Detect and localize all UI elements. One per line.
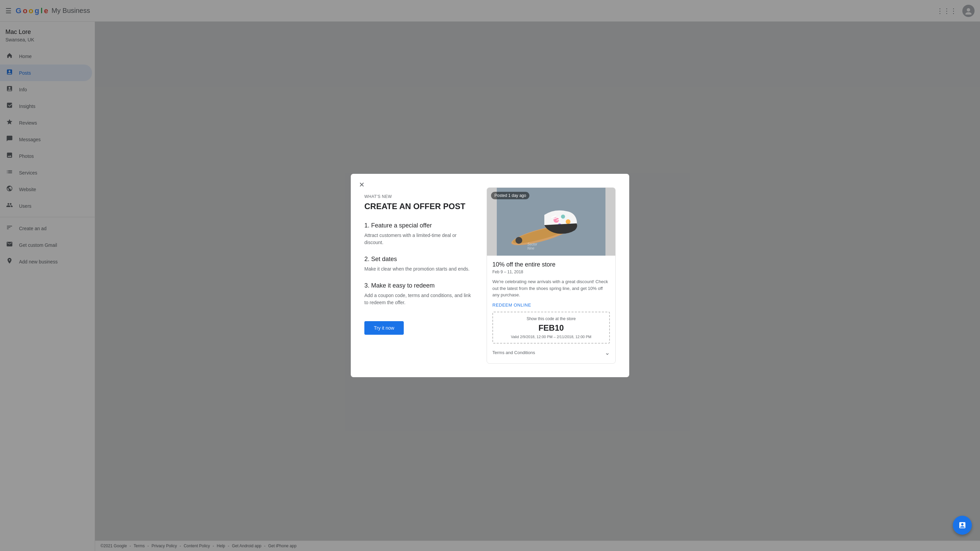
preview-redeem-link[interactable]: REDEEM ONLINE: [492, 302, 610, 308]
coupon-show-text: Show this code at the store: [497, 316, 605, 321]
svg-text:Sector: Sector: [527, 242, 538, 246]
modal-step-3: 3. Make it easy to redeem Add a coupon c…: [364, 282, 473, 306]
modal-step-1: 1. Feature a special offer Attract custo…: [364, 222, 473, 246]
modal-step-1-heading: 1. Feature a special offer: [364, 222, 473, 229]
modal-close-button[interactable]: ✕: [356, 179, 367, 190]
modal-step-2-desc: Make it clear when the promotion starts …: [364, 265, 473, 273]
terms-chevron-icon: ⌄: [605, 349, 610, 356]
preview-dates: Feb 9 – 11, 2018: [492, 270, 610, 274]
coupon-code: FEB10: [497, 323, 605, 333]
svg-point-9: [566, 219, 571, 224]
preview-offer-title: 10% off the entire store: [492, 261, 610, 268]
preview-card: Sector Nine Posted 1 day ago 10% off the…: [487, 187, 616, 364]
modal-step-2: 2. Set dates Make it clear when the prom…: [364, 256, 473, 273]
modal: ✕ What's new CREATE AN OFFER POST 1. Fea…: [351, 174, 629, 377]
modal-right-panel: Sector Nine Posted 1 day ago 10% off the…: [487, 187, 616, 364]
modal-title: CREATE AN OFFER POST: [364, 202, 473, 211]
terms-row[interactable]: Terms and Conditions ⌄: [492, 348, 610, 358]
modal-left-panel: What's new CREATE AN OFFER POST 1. Featu…: [364, 187, 473, 364]
terms-label: Terms and Conditions: [492, 350, 535, 355]
modal-step-1-desc: Attract customers with a limited-time de…: [364, 232, 473, 246]
coupon-valid: Valid 2/9/2018, 12:00 PM – 2/11/2018, 12…: [497, 335, 605, 339]
modal-step-2-heading: 2. Set dates: [364, 256, 473, 263]
preview-body: 10% off the entire store Feb 9 – 11, 201…: [487, 256, 615, 363]
svg-text:Nine: Nine: [527, 246, 535, 250]
preview-description: We're celebrating new arrivals with a gr…: [492, 278, 610, 299]
coupon-box: Show this code at the store FEB10 Valid …: [492, 312, 610, 344]
svg-point-8: [561, 214, 565, 219]
modal-step-3-heading: 3. Make it easy to redeem: [364, 282, 473, 289]
modal-overlay[interactable]: ✕ What's new CREATE AN OFFER POST 1. Fea…: [0, 0, 980, 551]
fab-button[interactable]: [953, 516, 972, 535]
svg-point-5: [515, 237, 522, 244]
preview-image: Sector Nine Posted 1 day ago: [487, 188, 615, 256]
try-it-now-button[interactable]: Try it now: [364, 321, 404, 335]
modal-step-3-desc: Add a coupon code, terms and conditions,…: [364, 292, 473, 306]
modal-whats-new: What's new: [364, 194, 473, 199]
preview-posted-label: Posted 1 day ago: [491, 192, 530, 199]
